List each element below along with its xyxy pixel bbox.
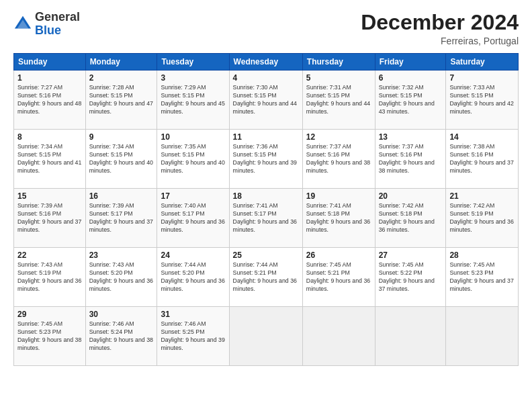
table-cell: 3 Sunrise: 7:29 AM Sunset: 5:15 PM Dayli… [157, 71, 229, 130]
month-title: December 2024 [361, 11, 519, 34]
table-cell: 27 Sunrise: 7:45 AM Sunset: 5:22 PM Dayl… [375, 248, 446, 307]
logo: General Blue [13, 11, 80, 38]
logo-general-text: General [35, 10, 80, 24]
day-number: 20 [379, 191, 443, 201]
day-number: 23 [89, 250, 154, 260]
day-info: Sunrise: 7:38 AM Sunset: 5:16 PM Dayligh… [449, 143, 515, 175]
logo-blue-text: Blue [35, 24, 61, 37]
day-info: Sunrise: 7:37 AM Sunset: 5:16 PM Dayligh… [306, 143, 371, 175]
day-info: Sunrise: 7:27 AM Sunset: 5:16 PM Dayligh… [17, 84, 82, 116]
day-number: 9 [89, 132, 154, 142]
day-info: Sunrise: 7:37 AM Sunset: 5:16 PM Dayligh… [379, 143, 443, 175]
table-cell: 4 Sunrise: 7:30 AM Sunset: 5:15 PM Dayli… [229, 71, 302, 130]
calendar-week-row: 22 Sunrise: 7:43 AM Sunset: 5:19 PM Dayl… [14, 248, 519, 307]
day-info: Sunrise: 7:44 AM Sunset: 5:20 PM Dayligh… [161, 261, 225, 293]
day-number: 11 [233, 132, 299, 142]
day-number: 22 [17, 250, 82, 260]
table-cell: 12 Sunrise: 7:37 AM Sunset: 5:16 PM Dayl… [302, 130, 375, 189]
table-cell: 26 Sunrise: 7:45 AM Sunset: 5:21 PM Dayl… [302, 248, 375, 307]
table-cell: 11 Sunrise: 7:36 AM Sunset: 5:15 PM Dayl… [229, 130, 302, 189]
table-cell: 28 Sunrise: 7:45 AM Sunset: 5:23 PM Dayl… [446, 248, 519, 307]
day-number: 15 [17, 191, 82, 201]
calendar-week-row: 29 Sunrise: 7:45 AM Sunset: 5:23 PM Dayl… [14, 307, 519, 366]
day-info: Sunrise: 7:39 AM Sunset: 5:17 PM Dayligh… [89, 202, 154, 234]
header-monday: Monday [85, 54, 157, 71]
table-cell: 21 Sunrise: 7:42 AM Sunset: 5:19 PM Dayl… [446, 189, 519, 248]
table-cell: 25 Sunrise: 7:44 AM Sunset: 5:21 PM Dayl… [229, 248, 302, 307]
table-cell: 6 Sunrise: 7:32 AM Sunset: 5:15 PM Dayli… [375, 71, 446, 130]
day-info: Sunrise: 7:32 AM Sunset: 5:15 PM Dayligh… [379, 84, 443, 116]
day-info: Sunrise: 7:42 AM Sunset: 5:19 PM Dayligh… [449, 202, 515, 234]
day-number: 6 [379, 73, 443, 83]
table-cell: 10 Sunrise: 7:35 AM Sunset: 5:15 PM Dayl… [157, 130, 229, 189]
table-cell: 29 Sunrise: 7:45 AM Sunset: 5:23 PM Dayl… [14, 307, 86, 366]
day-number: 27 [379, 250, 443, 260]
day-number: 8 [17, 132, 82, 142]
table-cell [229, 307, 302, 366]
day-info: Sunrise: 7:35 AM Sunset: 5:15 PM Dayligh… [161, 143, 225, 175]
calendar-week-row: 8 Sunrise: 7:34 AM Sunset: 5:15 PM Dayli… [14, 130, 519, 189]
day-number: 3 [161, 73, 225, 83]
day-info: Sunrise: 7:41 AM Sunset: 5:17 PM Dayligh… [233, 202, 299, 234]
table-cell: 24 Sunrise: 7:44 AM Sunset: 5:20 PM Dayl… [157, 248, 229, 307]
day-info: Sunrise: 7:45 AM Sunset: 5:23 PM Dayligh… [17, 320, 82, 353]
day-number: 18 [233, 191, 299, 201]
table-cell: 8 Sunrise: 7:34 AM Sunset: 5:15 PM Dayli… [14, 130, 86, 189]
day-number: 29 [17, 310, 82, 319]
table-cell: 15 Sunrise: 7:39 AM Sunset: 5:16 PM Dayl… [14, 189, 86, 248]
day-number: 31 [161, 310, 225, 319]
day-info: Sunrise: 7:28 AM Sunset: 5:15 PM Dayligh… [89, 84, 154, 116]
table-cell: 18 Sunrise: 7:41 AM Sunset: 5:17 PM Dayl… [229, 189, 302, 248]
day-info: Sunrise: 7:39 AM Sunset: 5:16 PM Dayligh… [17, 202, 82, 234]
day-info: Sunrise: 7:45 AM Sunset: 5:21 PM Dayligh… [306, 261, 371, 293]
day-info: Sunrise: 7:46 AM Sunset: 5:25 PM Dayligh… [161, 320, 225, 353]
title-block: December 2024 Ferreiras, Portugal [361, 11, 519, 46]
calendar-week-row: 1 Sunrise: 7:27 AM Sunset: 5:16 PM Dayli… [14, 71, 519, 130]
day-info: Sunrise: 7:46 AM Sunset: 5:24 PM Dayligh… [89, 320, 154, 353]
day-number: 13 [379, 132, 443, 142]
table-cell: 20 Sunrise: 7:42 AM Sunset: 5:18 PM Dayl… [375, 189, 446, 248]
day-info: Sunrise: 7:42 AM Sunset: 5:18 PM Dayligh… [379, 202, 443, 234]
day-number: 21 [449, 191, 515, 201]
table-cell [375, 307, 446, 366]
day-number: 14 [449, 132, 515, 142]
day-info: Sunrise: 7:41 AM Sunset: 5:18 PM Dayligh… [306, 202, 371, 234]
calendar-header-row: Sunday Monday Tuesday Wednesday Thursday… [14, 54, 519, 71]
table-cell: 22 Sunrise: 7:43 AM Sunset: 5:19 PM Dayl… [14, 248, 86, 307]
table-cell: 16 Sunrise: 7:39 AM Sunset: 5:17 PM Dayl… [85, 189, 157, 248]
table-cell [446, 307, 519, 366]
day-info: Sunrise: 7:44 AM Sunset: 5:21 PM Dayligh… [233, 261, 299, 293]
day-number: 1 [17, 73, 82, 83]
header-saturday: Saturday [446, 54, 519, 71]
table-cell [302, 307, 375, 366]
day-number: 24 [161, 250, 225, 260]
header-tuesday: Tuesday [157, 54, 229, 71]
header-friday: Friday [375, 54, 446, 71]
day-info: Sunrise: 7:43 AM Sunset: 5:20 PM Dayligh… [89, 261, 154, 293]
logo-icon [13, 15, 32, 34]
day-info: Sunrise: 7:34 AM Sunset: 5:15 PM Dayligh… [17, 143, 82, 175]
day-info: Sunrise: 7:43 AM Sunset: 5:19 PM Dayligh… [17, 261, 82, 293]
day-number: 2 [89, 73, 154, 83]
page: General Blue December 2024 Ferreiras, Po… [0, 0, 532, 411]
day-number: 26 [306, 250, 371, 260]
table-cell: 19 Sunrise: 7:41 AM Sunset: 5:18 PM Dayl… [302, 189, 375, 248]
table-cell: 5 Sunrise: 7:31 AM Sunset: 5:15 PM Dayli… [302, 71, 375, 130]
day-info: Sunrise: 7:34 AM Sunset: 5:15 PM Dayligh… [89, 143, 154, 175]
day-number: 25 [233, 250, 299, 260]
table-cell: 31 Sunrise: 7:46 AM Sunset: 5:25 PM Dayl… [157, 307, 229, 366]
table-cell: 23 Sunrise: 7:43 AM Sunset: 5:20 PM Dayl… [85, 248, 157, 307]
day-number: 17 [161, 191, 225, 201]
day-info: Sunrise: 7:45 AM Sunset: 5:23 PM Dayligh… [449, 261, 515, 293]
table-cell: 14 Sunrise: 7:38 AM Sunset: 5:16 PM Dayl… [446, 130, 519, 189]
day-info: Sunrise: 7:40 AM Sunset: 5:17 PM Dayligh… [161, 202, 225, 234]
day-number: 28 [449, 250, 515, 260]
day-info: Sunrise: 7:45 AM Sunset: 5:22 PM Dayligh… [379, 261, 443, 293]
table-cell: 13 Sunrise: 7:37 AM Sunset: 5:16 PM Dayl… [375, 130, 446, 189]
calendar-week-row: 15 Sunrise: 7:39 AM Sunset: 5:16 PM Dayl… [14, 189, 519, 248]
table-cell: 17 Sunrise: 7:40 AM Sunset: 5:17 PM Dayl… [157, 189, 229, 248]
table-cell: 2 Sunrise: 7:28 AM Sunset: 5:15 PM Dayli… [85, 71, 157, 130]
calendar-table: Sunday Monday Tuesday Wednesday Thursday… [13, 53, 519, 366]
table-cell: 1 Sunrise: 7:27 AM Sunset: 5:16 PM Dayli… [14, 71, 86, 130]
day-number: 7 [449, 73, 515, 83]
